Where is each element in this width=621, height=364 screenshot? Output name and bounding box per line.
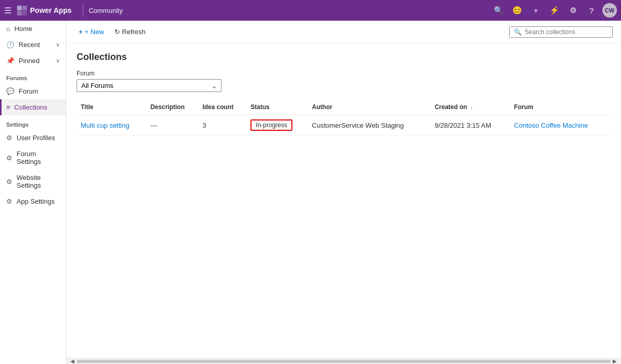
pinned-icon: 📌: [6, 57, 14, 65]
col-header-forum: Forum: [510, 99, 611, 115]
sidebar-forum-settings-label: Forum Settings: [17, 150, 60, 165]
cell-idea-count: 3: [198, 115, 246, 135]
collections-table: Title Description Idea count Status Auth: [77, 99, 611, 135]
topbar-divider: [83, 4, 83, 17]
topbar: ☰ Power Apps Community 🔍 😊 ＋ ⚡ ⚙ ? CW: [0, 0, 621, 21]
app-settings-icon: ⚙: [6, 198, 12, 205]
title-link[interactable]: Multi cup setting: [81, 122, 129, 129]
sidebar: ⌂ Home 🕐 Recent ∨ 📌 Pinned ∨ Forums 💬 Fo…: [0, 21, 66, 364]
website-settings-icon: ⚙: [6, 178, 12, 186]
toolbar: + + New ↻ Refresh 🔍: [66, 21, 621, 43]
sidebar-item-app-settings[interactable]: ⚙ App Settings: [0, 193, 66, 209]
page-content: Collections Forum All Forums Title: [66, 43, 621, 358]
col-header-created-on[interactable]: Created on ↓: [431, 99, 510, 115]
community-label: Community: [88, 7, 491, 14]
sidebar-home-label: Home: [14, 25, 33, 33]
recent-chevron-icon: ∨: [56, 42, 60, 48]
table-header-row: Title Description Idea count Status Auth: [77, 99, 611, 115]
search-box[interactable]: 🔍: [509, 26, 613, 38]
forum-select[interactable]: All Forums: [77, 79, 221, 92]
plus-icon-btn[interactable]: ＋: [528, 3, 543, 18]
topbar-icon-group: 🔍 😊 ＋ ⚡ ⚙ ? CW: [491, 3, 617, 18]
recent-icon: 🕐: [6, 41, 14, 49]
cell-author: CustomerService Web Staging: [308, 115, 431, 135]
cell-title: Multi cup setting: [77, 115, 146, 135]
sidebar-user-profiles-label: User Profiles: [17, 134, 55, 142]
cell-status: In-progress: [246, 115, 307, 135]
scrollbar-track[interactable]: [77, 360, 611, 363]
cell-description: ---: [146, 115, 198, 135]
filter-icon-btn[interactable]: ⚡: [546, 3, 562, 18]
sidebar-app-settings-label: App Settings: [17, 198, 55, 205]
sidebar-item-recent[interactable]: 🕐 Recent ∨: [0, 37, 66, 53]
feedback-icon-btn[interactable]: 😊: [509, 3, 525, 18]
hamburger-icon[interactable]: ☰: [4, 6, 11, 16]
search-icon: 🔍: [514, 28, 522, 36]
horizontal-scrollbar[interactable]: ◀ ▶: [66, 358, 621, 364]
table-row: Multi cup setting --- 3 In-progress Cust…: [77, 115, 611, 135]
sidebar-item-website-settings[interactable]: ⚙ Website Settings: [0, 170, 66, 193]
forum-select-wrapper: All Forums: [77, 79, 221, 92]
svg-rect-0: [17, 6, 22, 10]
collections-icon: ≡: [6, 103, 10, 111]
cell-created-on: 9/28/2021 3:15 AM: [431, 115, 510, 135]
refresh-icon: ↻: [114, 28, 120, 36]
col-header-title: Title: [77, 99, 146, 115]
svg-rect-1: [22, 6, 27, 10]
new-plus-icon: +: [79, 28, 83, 36]
search-input[interactable]: [525, 28, 608, 36]
status-badge: In-progress: [250, 119, 292, 131]
svg-rect-3: [22, 11, 27, 16]
col-header-description: Description: [146, 99, 198, 115]
main-content: + + New ↻ Refresh 🔍 Collections Forum Al…: [66, 21, 621, 364]
forum-settings-icon: ⚙: [6, 154, 12, 162]
svg-rect-2: [17, 11, 22, 16]
home-icon: ⌂: [6, 25, 10, 33]
search-icon-btn[interactable]: 🔍: [491, 3, 506, 18]
forum-icon: 💬: [6, 87, 14, 95]
new-button[interactable]: + + New: [75, 26, 108, 38]
user-profiles-icon: ⚙: [6, 134, 12, 142]
scroll-right-icon[interactable]: ▶: [611, 358, 619, 364]
forum-link[interactable]: Contoso Coffee Machine: [514, 122, 588, 129]
sidebar-item-user-profiles[interactable]: ⚙ User Profiles: [0, 130, 66, 146]
sidebar-collections-label: Collections: [14, 103, 48, 111]
powerapps-logo-icon: [17, 5, 27, 16]
sidebar-item-forum-settings[interactable]: ⚙ Forum Settings: [0, 146, 66, 170]
scroll-left-icon[interactable]: ◀: [68, 358, 77, 364]
sidebar-forum-label: Forum: [19, 87, 38, 95]
refresh-button[interactable]: ↻ Refresh: [110, 26, 150, 38]
sort-desc-icon: ↓: [470, 104, 473, 110]
col-header-author: Author: [308, 99, 431, 115]
sidebar-pinned-label: Pinned: [19, 57, 39, 65]
new-label: + New: [85, 28, 104, 36]
layout: ⌂ Home 🕐 Recent ∨ 📌 Pinned ∨ Forums 💬 Fo…: [0, 21, 621, 364]
app-name: Power Apps: [30, 6, 71, 14]
cell-forum: Contoso Coffee Machine: [510, 115, 611, 135]
pinned-chevron-icon: ∨: [56, 58, 60, 64]
sidebar-website-settings-label: Website Settings: [17, 174, 60, 189]
settings-icon-btn[interactable]: ⚙: [565, 3, 581, 18]
col-header-idea-count: Idea count: [198, 99, 246, 115]
avatar[interactable]: CW: [602, 3, 617, 18]
sidebar-item-collections[interactable]: ≡ Collections: [0, 99, 66, 115]
col-header-status: Status: [246, 99, 307, 115]
refresh-label: Refresh: [122, 28, 146, 36]
sidebar-item-forum[interactable]: 💬 Forum: [0, 83, 66, 99]
sidebar-item-pinned[interactable]: 📌 Pinned ∨: [0, 53, 66, 69]
page-title: Collections: [77, 52, 611, 63]
sidebar-item-home[interactable]: ⌂ Home: [0, 21, 66, 37]
forums-section-label: Forums: [0, 69, 66, 83]
app-logo: Power Apps: [17, 5, 71, 16]
sidebar-recent-label: Recent: [19, 41, 40, 49]
settings-section-label: Settings: [0, 115, 66, 130]
forum-filter-row: Forum All Forums: [77, 70, 611, 92]
help-icon-btn[interactable]: ?: [584, 3, 599, 18]
filter-label: Forum: [77, 70, 611, 77]
